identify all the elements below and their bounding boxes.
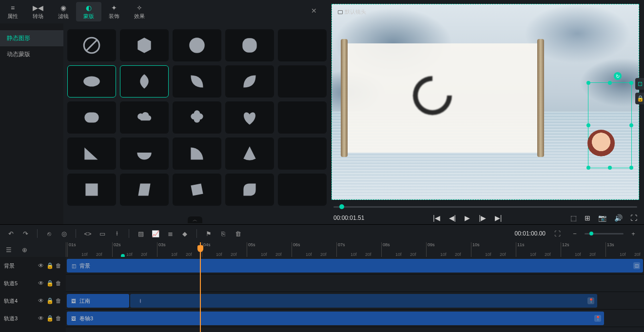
resize-handle[interactable] (586, 123, 590, 127)
redo-button[interactable]: ↷ (20, 228, 31, 239)
lock-toggle[interactable]: 🔒 (46, 297, 53, 304)
resize-handle[interactable] (629, 123, 633, 127)
step-back-button[interactable]: ◀| (449, 214, 456, 222)
graph-button[interactable]: 📈 (150, 228, 161, 239)
zoom-slider[interactable] (585, 233, 624, 234)
delete-track-button[interactable]: 🗑 (55, 315, 62, 322)
mask-square[interactable] (67, 174, 116, 206)
visibility-toggle[interactable]: 👁 (38, 262, 44, 269)
zoom-out-button[interactable]: − (569, 228, 581, 239)
delete-track-button[interactable]: 🗑 (55, 297, 62, 304)
mask-parallelogram1[interactable] (120, 174, 169, 206)
zoom-in-button[interactable]: + (627, 228, 639, 239)
volume-button[interactable]: 🔊 (614, 214, 623, 222)
resize-handle[interactable] (629, 166, 633, 170)
code-button[interactable]: <> (82, 228, 94, 239)
copy-button[interactable]: ⎘ (217, 228, 229, 239)
playhead[interactable] (200, 242, 201, 332)
resize-handle[interactable] (608, 166, 612, 170)
crop-button[interactable]: ▭ (97, 228, 108, 239)
safe-zone-button[interactable]: ⬚ (570, 214, 577, 222)
mask-drop[interactable] (120, 65, 169, 98)
mask-parallelogram2[interactable] (173, 174, 221, 206)
mask-quarter[interactable] (173, 137, 221, 170)
delete-track-button[interactable]: 🗑 (55, 262, 62, 269)
mask-empty5[interactable] (278, 174, 327, 206)
rotate-handle[interactable]: ↻ (614, 72, 622, 80)
mask-bubble[interactable] (67, 101, 116, 134)
undo-button[interactable]: ↶ (5, 228, 17, 239)
mask-cloud[interactable] (120, 101, 169, 134)
visibility-toggle[interactable]: 👁 (38, 280, 44, 287)
seek-thumb[interactable] (339, 204, 344, 209)
mask-rounded[interactable] (225, 174, 274, 206)
tab-effect[interactable]: ✧效果 (127, 2, 152, 21)
mask-none[interactable] (67, 29, 116, 61)
clip[interactable]: 🖼江南 (67, 294, 129, 308)
mask-heart[interactable] (225, 101, 274, 134)
mask-empty3[interactable] (278, 101, 327, 134)
mask-tool-button[interactable]: ▨ (135, 228, 147, 239)
resize-handle[interactable] (586, 166, 590, 170)
mask-cone[interactable] (225, 137, 274, 170)
align-tool-button[interactable]: ⊡ (635, 78, 644, 90)
tab-filter[interactable]: ◉滤镜 (51, 2, 76, 21)
mask-empty1[interactable] (278, 29, 327, 61)
tab-decoration[interactable]: ✦装饰 (101, 2, 127, 21)
lock-toggle[interactable]: 🔒 (46, 262, 53, 269)
mask-leaf1[interactable] (173, 65, 221, 98)
lock-toggle[interactable]: 🔒 (46, 280, 53, 287)
resize-handle[interactable] (629, 81, 633, 85)
preview-seek-bar[interactable] (332, 203, 639, 211)
mask-triangle[interactable] (67, 137, 116, 170)
tab-properties[interactable]: ≡属性 (0, 2, 25, 21)
track-list-button[interactable]: ☰ (4, 244, 13, 255)
track-row[interactable] (66, 274, 644, 292)
timeline-ruler[interactable]: 01s10f20f02s10f20f03s10f20f04s10f20f05s1… (66, 242, 644, 257)
resize-handle[interactable] (608, 81, 612, 85)
target-button[interactable]: ◎ (58, 228, 70, 239)
lock-tool-button[interactable]: 🔒 (635, 93, 644, 104)
delete-track-button[interactable]: 🗑 (55, 280, 62, 287)
pin-icon[interactable]: 📍 (594, 315, 601, 322)
grid-button[interactable]: ⊞ (585, 214, 590, 222)
marker-button[interactable]: ⚑ (203, 228, 215, 239)
mask-squircle[interactable] (225, 29, 274, 61)
keyframe-button[interactable]: ◆ (179, 228, 191, 239)
next-button[interactable]: ▶| (495, 214, 502, 222)
delete-button[interactable]: 🗑 (232, 228, 244, 239)
play-button[interactable]: ▶ (465, 214, 470, 222)
sidebar-item-static[interactable]: 静态图形 (0, 30, 63, 46)
step-fwd-button[interactable]: |▶ (479, 214, 486, 222)
mask-circle[interactable] (173, 29, 221, 61)
mask-halfcircle[interactable] (120, 137, 169, 170)
layers-button[interactable]: ≣ (164, 228, 176, 239)
mask-empty2[interactable] (278, 65, 327, 98)
avatar-element[interactable] (587, 130, 617, 159)
prev-button[interactable]: |◀ (433, 214, 440, 222)
split-button[interactable]: ⫲ (111, 228, 123, 239)
mask-hexagon[interactable] (120, 29, 169, 61)
track-row[interactable]: ◫背景◫ (66, 257, 644, 274)
tab-transition[interactable]: ▶◀转场 (25, 2, 51, 21)
lock-toggle[interactable]: 🔒 (46, 315, 53, 322)
visibility-toggle[interactable]: 👁 (38, 297, 44, 304)
mask-ellipse[interactable] (67, 65, 116, 98)
mask-flower[interactable] (173, 101, 221, 134)
clip-marker[interactable]: ⫲ (134, 294, 147, 307)
collapse-panel-button[interactable]: ︿ (188, 216, 202, 223)
add-track-button[interactable]: ⊕ (20, 244, 29, 255)
clip[interactable]: 🖼卷轴3📍 (67, 312, 604, 325)
pin-icon[interactable]: 📍 (587, 297, 594, 304)
clip[interactable]: ◫背景◫ (67, 259, 643, 273)
resize-handle[interactable] (586, 81, 590, 85)
track-row[interactable]: 🖼卷轴3📍 (66, 310, 644, 327)
track-row[interactable]: 🖼江南📍⫲ (66, 292, 644, 310)
tab-mask[interactable]: ◐蒙版 (76, 2, 101, 21)
snapshot-button[interactable]: 📷 (598, 214, 606, 222)
fit-button[interactable]: ⛶ (551, 228, 563, 239)
visibility-toggle[interactable]: 👁 (38, 315, 44, 322)
preview-canvas[interactable]: 默认镜头 ↻ (332, 4, 639, 200)
fullscreen-button[interactable]: ⛶ (630, 214, 637, 222)
magnet-button[interactable]: ⎋ (43, 228, 55, 239)
